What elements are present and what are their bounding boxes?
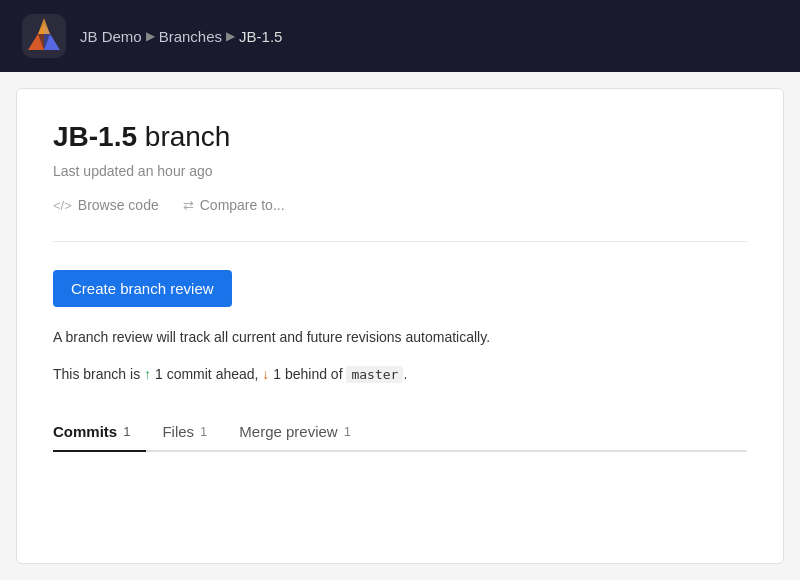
commit-info-prefix: This branch is: [53, 366, 140, 382]
divider: [53, 241, 747, 242]
tab-merge-label: Merge preview: [239, 423, 337, 440]
browse-code-label: Browse code: [78, 197, 159, 213]
review-description: A branch review will track all current a…: [53, 327, 747, 348]
logo: [20, 12, 68, 60]
compare-link[interactable]: ⇄ Compare to...: [183, 197, 285, 213]
tab-merge-preview[interactable]: Merge preview 1: [239, 413, 367, 452]
breadcrumb: JB Demo ▶ Branches ▶ JB-1.5: [80, 28, 282, 45]
breadcrumb-current: JB-1.5: [239, 28, 282, 45]
branch-label-text: branch: [145, 121, 231, 152]
code-icon: </>: [53, 198, 72, 213]
main-content: JB-1.5 branch Last updated an hour ago <…: [16, 88, 784, 564]
breadcrumb-sep-1: ▶: [146, 29, 155, 43]
tab-files-count: 1: [200, 424, 207, 439]
compare-icon: ⇄: [183, 198, 194, 213]
commit-ahead-label: commit ahead,: [167, 366, 259, 382]
tab-files[interactable]: Files 1: [162, 413, 223, 452]
tab-commits-label: Commits: [53, 423, 117, 440]
browse-code-link[interactable]: </> Browse code: [53, 197, 159, 213]
branch-name-text: JB-1.5: [53, 121, 137, 152]
tab-files-label: Files: [162, 423, 194, 440]
commit-behind-count: 1: [273, 366, 281, 382]
behind-arrow: ↓: [262, 366, 273, 382]
ahead-arrow: ↑: [144, 366, 155, 382]
branch-title: JB-1.5 branch: [53, 121, 747, 153]
tab-commits[interactable]: Commits 1: [53, 413, 146, 452]
commit-info: This branch is ↑ 1 commit ahead, ↓ 1 beh…: [53, 364, 747, 385]
commit-ahead-count: 1: [155, 366, 163, 382]
navbar: JB Demo ▶ Branches ▶ JB-1.5: [0, 0, 800, 72]
breadcrumb-project[interactable]: JB Demo: [80, 28, 142, 45]
breadcrumb-sep-2: ▶: [226, 29, 235, 43]
tab-commits-count: 1: [123, 424, 130, 439]
compare-label: Compare to...: [200, 197, 285, 213]
last-updated: Last updated an hour ago: [53, 163, 747, 179]
create-branch-review-button[interactable]: Create branch review: [53, 270, 232, 307]
tabs-container: Commits 1 Files 1 Merge preview 1: [53, 413, 747, 452]
master-code: master: [346, 366, 403, 383]
action-links: </> Browse code ⇄ Compare to...: [53, 197, 747, 213]
commit-behind-label: behind of: [285, 366, 343, 382]
breadcrumb-section[interactable]: Branches: [159, 28, 222, 45]
tab-merge-count: 1: [344, 424, 351, 439]
